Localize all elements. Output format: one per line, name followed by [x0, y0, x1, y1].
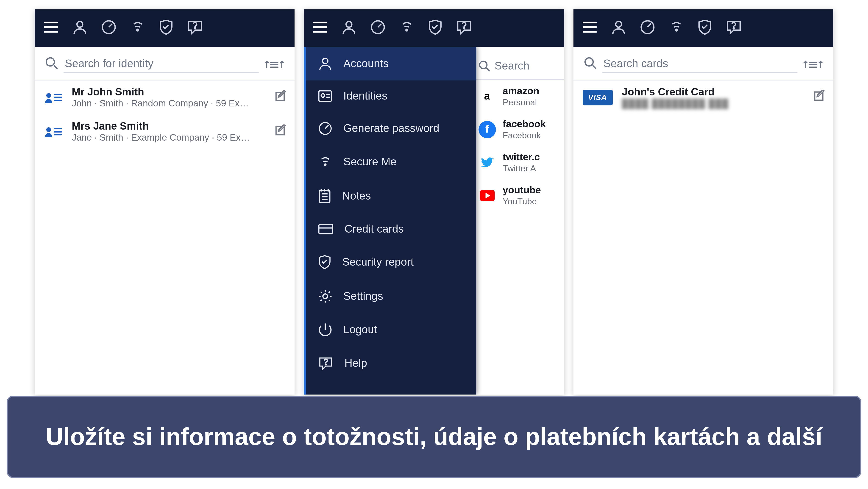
svg-point-20: [346, 21, 352, 27]
identity-list: Mr John Smith John · Smith · Random Comp…: [35, 81, 295, 395]
panel-cards: Search cards VISA John's Credit Card ███…: [573, 9, 833, 395]
svg-point-8: [46, 58, 54, 66]
edit-icon[interactable]: [274, 124, 286, 139]
svg-point-15: [46, 93, 51, 97]
svg-line-58: [592, 65, 596, 68]
identity-text: Mrs Jane Smith Jane · Smith · Example Co…: [72, 120, 266, 143]
dial-icon[interactable]: [639, 19, 656, 37]
drawer-label: Logout: [343, 324, 377, 336]
signal-icon[interactable]: [130, 19, 146, 37]
search-bar[interactable]: Search for identity: [35, 47, 295, 80]
drawer-label: Accounts: [343, 57, 389, 70]
svg-line-54: [647, 23, 651, 27]
drawer-item-security-report[interactable]: Security report: [306, 245, 476, 279]
caption-text: Uložíte si informace o totožnosti, údaje…: [45, 422, 822, 451]
search-input[interactable]: Search for identity: [64, 55, 259, 73]
svg-point-48: [326, 364, 327, 365]
topbar: [573, 9, 833, 47]
drawer-label: Generate password: [343, 122, 439, 135]
drawer-label: Settings: [343, 290, 383, 303]
drawer-item-help[interactable]: Help: [306, 346, 476, 380]
amazon-icon: a: [478, 88, 496, 105]
drawer-item-logout[interactable]: Logout: [306, 313, 476, 346]
search-icon: [584, 56, 596, 71]
search-input[interactable]: Search cards: [602, 55, 797, 73]
svg-line-35: [326, 125, 329, 128]
svg-point-23: [406, 29, 408, 31]
search-icon: [45, 56, 58, 71]
person-icon[interactable]: [611, 19, 627, 37]
svg-point-25: [479, 61, 487, 68]
menu-icon[interactable]: [581, 20, 597, 36]
account-row[interactable]: twitter.cTwitter A: [471, 146, 564, 179]
drawer-label: Secure Me: [343, 156, 397, 169]
sort-icon[interactable]: [803, 58, 823, 70]
person-icon[interactable]: [341, 19, 358, 37]
svg-point-56: [733, 28, 734, 29]
help-icon[interactable]: [456, 19, 473, 37]
svg-point-31: [321, 94, 325, 97]
svg-point-6: [137, 29, 139, 31]
account-row[interactable]: youtubeYouTube: [471, 179, 564, 212]
drawer-item-notes[interactable]: Notes: [306, 179, 476, 214]
search-bar[interactable]: Search cards: [573, 47, 833, 80]
panel-identities: Search for identity Mr John Smith John ·…: [35, 9, 295, 395]
drawer-item-settings[interactable]: Settings: [306, 279, 476, 313]
twitter-icon: [478, 154, 496, 171]
panel-drawer: Search a amazonPersonal f facebookFacebo…: [304, 9, 564, 395]
identity-sub: John · Smith · Random Company · 59 Ex…: [72, 98, 266, 109]
shield-icon[interactable]: [158, 18, 174, 38]
drawer-label: Help: [345, 357, 367, 370]
identity-icon: [43, 121, 64, 142]
drawer-item-secure-me[interactable]: Secure Me: [306, 145, 476, 179]
card-row[interactable]: VISA John's Credit Card ████ ████████ ██…: [573, 81, 833, 114]
caption-banner: Uložíte si informace o totožnosti, údaje…: [7, 396, 861, 478]
account-row[interactable]: a amazonPersonal: [471, 80, 564, 113]
signal-icon[interactable]: [399, 19, 415, 37]
identity-sub: Jane · Smith · Example Company · 59 Ex…: [72, 132, 266, 143]
drawer-item-identities[interactable]: Identities: [306, 81, 476, 112]
svg-point-16: [46, 127, 51, 132]
drawer-item-generate-password[interactable]: Generate password: [306, 112, 476, 145]
identity-icon: [43, 87, 64, 108]
svg-point-29: [323, 58, 328, 64]
dial-icon[interactable]: [370, 19, 386, 37]
svg-point-3: [77, 21, 83, 27]
drawer-label: Security report: [342, 256, 414, 268]
dial-icon[interactable]: [101, 19, 117, 37]
svg-line-5: [109, 23, 112, 27]
side-drawer: Accounts Identities Generate password Se…: [304, 47, 476, 395]
drawer-item-credit-cards[interactable]: Credit cards: [306, 214, 476, 245]
card-number-masked: ████ ████████ ███: [622, 98, 804, 108]
menu-icon[interactable]: [312, 20, 329, 36]
topbar: [304, 9, 564, 47]
account-row[interactable]: f facebookFacebook: [471, 113, 564, 146]
svg-line-26: [486, 68, 490, 71]
identity-row[interactable]: Mr John Smith John · Smith · Random Comp…: [35, 81, 295, 115]
help-icon[interactable]: [725, 19, 742, 37]
signal-icon[interactable]: [668, 19, 684, 37]
sort-icon[interactable]: [265, 58, 284, 70]
svg-point-46: [323, 294, 328, 299]
edit-icon[interactable]: [812, 90, 825, 105]
shield-icon[interactable]: [697, 18, 712, 38]
shield-icon[interactable]: [428, 18, 443, 38]
drawer-label: Credit cards: [345, 223, 404, 235]
edit-icon[interactable]: [274, 90, 286, 105]
identity-title: Mr John Smith: [72, 86, 266, 98]
help-icon[interactable]: [186, 19, 204, 37]
search-bar[interactable]: Search: [471, 50, 564, 80]
card-text: John's Credit Card ████ ████████ ███: [622, 86, 804, 108]
topbar: [35, 9, 295, 47]
menu-icon[interactable]: [43, 20, 59, 36]
identity-row[interactable]: Mrs Jane Smith Jane · Smith · Example Co…: [35, 115, 295, 149]
svg-point-7: [194, 28, 196, 29]
visa-icon: VISA: [581, 87, 614, 108]
svg-point-36: [324, 164, 326, 165]
person-icon[interactable]: [72, 19, 88, 37]
svg-point-52: [615, 21, 621, 27]
identity-text: Mr John Smith John · Smith · Random Comp…: [72, 86, 266, 109]
search-label: Search: [495, 60, 529, 72]
drawer-label: Identities: [343, 90, 388, 102]
drawer-item-accounts[interactable]: Accounts: [306, 47, 476, 80]
